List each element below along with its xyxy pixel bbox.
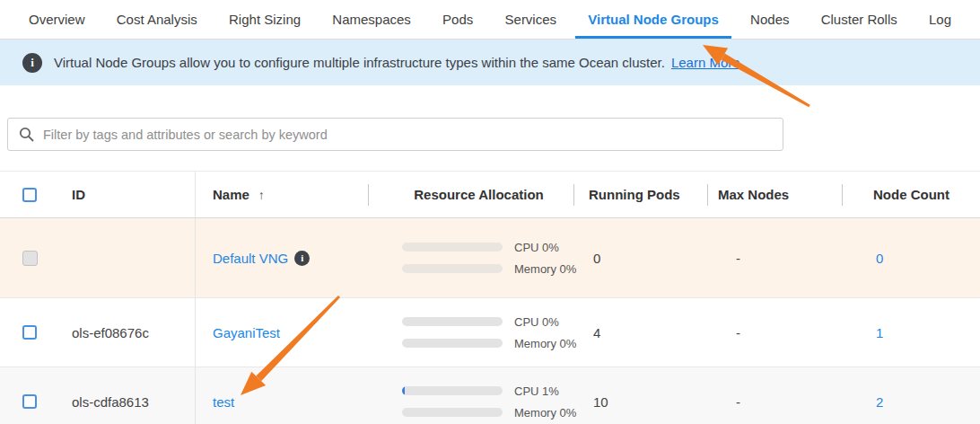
- search-area: [0, 85, 980, 151]
- running-pods-value: 4: [573, 298, 707, 367]
- search-icon: [19, 127, 34, 142]
- info-icon[interactable]: i: [294, 251, 310, 266]
- row-checkbox[interactable]: [22, 394, 37, 409]
- resource-allocation-cell: CPU 0% Memory 0%: [368, 298, 573, 367]
- cpu-usage-label: CPU 0%: [514, 241, 559, 254]
- learn-more-link[interactable]: Learn More: [671, 55, 740, 70]
- tab-overview[interactable]: Overview: [16, 0, 98, 39]
- vng-name-link-test[interactable]: test: [213, 394, 234, 410]
- column-divider: [707, 184, 708, 206]
- row-id: ols-ef08676c: [50, 298, 196, 367]
- row-id: [50, 218, 196, 297]
- node-count-link[interactable]: 0: [876, 251, 883, 266]
- column-divider: [573, 184, 574, 206]
- tab-pods[interactable]: Pods: [430, 0, 486, 39]
- column-header-running-pods[interactable]: Running Pods: [573, 172, 707, 217]
- row-id: ols-cdfa8613: [50, 367, 196, 424]
- sort-asc-icon[interactable]: ↑: [258, 188, 265, 202]
- column-header-resource-allocation[interactable]: Resource Allocation: [368, 172, 573, 217]
- node-count-link[interactable]: 2: [876, 394, 883, 410]
- table-row-gayanitest[interactable]: ols-ef08676c GayaniTest CPU 0% Memory 0%…: [0, 298, 980, 367]
- vng-table: ID Name ↑ Resource Allocation Running Po…: [0, 171, 980, 424]
- select-all-checkbox[interactable]: [22, 188, 37, 202]
- tab-bar: Overview Cost Analysis Right Sizing Name…: [0, 0, 980, 40]
- banner-text: Virtual Node Groups allow you to configu…: [54, 55, 665, 70]
- cpu-usage-bar: [402, 317, 503, 326]
- vng-name-link-default-vng[interactable]: Default VNG: [213, 251, 288, 266]
- tab-nodes[interactable]: Nodes: [738, 0, 801, 39]
- tab-right-sizing[interactable]: Right Sizing: [216, 0, 313, 39]
- memory-usage-bar: [402, 408, 503, 417]
- memory-usage-label: Memory 0%: [514, 262, 576, 276]
- column-header-id[interactable]: ID: [50, 172, 196, 217]
- memory-usage-label: Memory 0%: [514, 406, 576, 420]
- resource-allocation-cell: CPU 1% Memory 0%: [368, 367, 573, 424]
- tab-cost-analysis[interactable]: Cost Analysis: [104, 0, 210, 39]
- max-nodes-value: -: [707, 218, 842, 297]
- search-input[interactable]: [43, 128, 772, 142]
- table-row-test[interactable]: ols-cdfa8613 test CPU 1% Memory 0% 10 - …: [0, 367, 980, 424]
- resource-allocation-cell: CPU 0% Memory 0%: [368, 218, 573, 297]
- column-divider: [368, 184, 369, 206]
- max-nodes-value: -: [707, 298, 842, 367]
- row-checkbox-disabled: [22, 251, 38, 266]
- column-header-name[interactable]: Name ↑: [196, 172, 368, 217]
- column-header-name-label: Name: [213, 187, 249, 202]
- cpu-usage-label: CPU 1%: [514, 384, 559, 398]
- column-divider: [842, 184, 843, 206]
- memory-usage-bar: [402, 339, 503, 348]
- info-banner: i Virtual Node Groups allow you to confi…: [0, 40, 980, 85]
- table-header-row: ID Name ↑ Resource Allocation Running Po…: [0, 171, 980, 218]
- tab-services[interactable]: Services: [493, 0, 570, 39]
- cpu-usage-bar: [402, 243, 503, 252]
- tab-namespaces[interactable]: Namespaces: [319, 0, 424, 39]
- row-checkbox[interactable]: [22, 325, 37, 340]
- filter-search-box[interactable]: [7, 118, 783, 151]
- running-pods-value: 0: [573, 218, 707, 297]
- memory-usage-label: Memory 0%: [514, 337, 576, 350]
- cpu-usage-bar: [402, 386, 503, 395]
- table-row-default-vng[interactable]: Default VNG i CPU 0% Memory 0% 0 - 0: [0, 218, 980, 298]
- running-pods-value: 10: [573, 367, 707, 424]
- tab-log[interactable]: Log: [916, 0, 964, 39]
- info-icon: i: [22, 53, 42, 73]
- tab-cluster-rolls[interactable]: Cluster Rolls: [809, 0, 910, 39]
- max-nodes-value: -: [707, 367, 842, 424]
- vng-name-link-gayanitest[interactable]: GayaniTest: [213, 325, 280, 340]
- column-header-max-nodes[interactable]: Max Nodes: [707, 172, 842, 217]
- node-count-link[interactable]: 1: [876, 325, 883, 340]
- column-header-node-count[interactable]: Node Count: [842, 172, 980, 217]
- memory-usage-bar: [402, 264, 503, 273]
- cpu-usage-label: CPU 0%: [514, 315, 559, 329]
- tab-virtual-node-groups[interactable]: Virtual Node Groups: [575, 0, 731, 39]
